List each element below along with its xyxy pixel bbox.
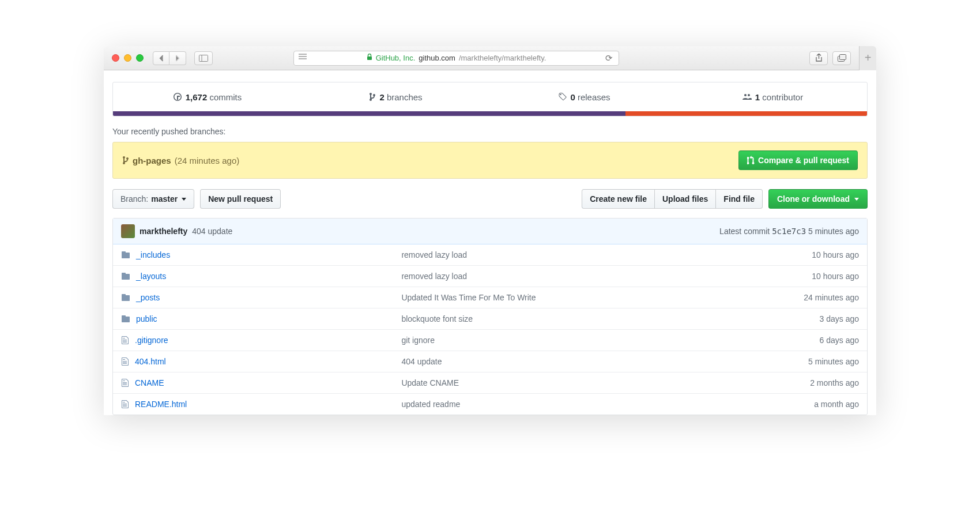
page-content: 1,672 commits 2 branches 0 releases 1 co… [104,70,876,415]
file-icon [121,357,129,366]
file-age: 6 days ago [820,336,860,345]
file-age: 5 minutes ago [808,357,859,366]
cert-label: GitHub, Inc. [376,54,416,62]
language-segment [113,111,625,116]
file-age: 10 hours ago [812,250,859,259]
author-link[interactable]: markthelefty [140,227,187,236]
reader-icon [299,54,307,62]
sidebar-toggle-button[interactable] [194,51,213,65]
window-controls [112,54,144,62]
file-link[interactable]: _includes [136,250,170,259]
language-bar[interactable] [113,111,867,116]
svg-rect-5 [367,57,372,60]
browser-window: GitHub, Inc. github.com/markthelefty/mar… [104,46,876,415]
find-file-button[interactable]: Find file [715,189,763,209]
file-row: CNAMEUpdate CNAME2 months ago [113,372,867,393]
back-button[interactable] [153,51,169,65]
commit-sha[interactable]: 5c1e7c3 [772,227,806,236]
chevron-right-icon [175,55,180,62]
upload-files-button[interactable]: Upload files [654,189,715,209]
file-link[interactable]: README.html [135,400,187,409]
minimize-window-button[interactable] [124,54,131,62]
file-listing: markthelefty 404 update Latest commit 5c… [112,218,868,415]
tabs-button[interactable] [832,51,851,65]
file-row: README.htmlupdated readmea month ago [113,393,867,415]
browser-toolbar: GitHub, Inc. github.com/markthelefty/mar… [104,46,876,70]
file-age: a month ago [814,400,859,409]
pushed-branch-time: (24 minutes ago) [175,156,240,165]
caret-down-icon [182,198,186,201]
chevron-left-icon [159,55,164,62]
file-commit-message[interactable]: removed lazy load [401,272,812,281]
file-row: publicblockquote font size3 days ago [113,308,867,329]
file-age: 3 days ago [820,314,860,323]
pushed-branch-name: gh-pages [133,156,171,165]
repo-summary: 1,672 commits 2 branches 0 releases 1 co… [112,82,868,116]
tabs-icon [838,54,846,62]
file-link[interactable]: _layouts [136,272,166,281]
file-commit-message[interactable]: removed lazy load [401,250,812,259]
avatar[interactable] [121,224,135,238]
clone-download-button[interactable]: Clone or download [768,189,868,209]
file-icon [121,400,129,409]
file-row: .gitignoregit ignore6 days ago [113,329,867,351]
address-bar[interactable]: GitHub, Inc. github.com/markthelefty/mar… [293,51,619,66]
latest-commit-bar: markthelefty 404 update Latest commit 5c… [113,219,867,244]
file-commit-message[interactable]: 404 update [401,357,808,366]
forward-button[interactable] [169,51,186,65]
file-age: 2 months ago [810,378,859,387]
caret-down-icon [854,198,859,201]
commit-meta: Latest commit 5c1e7c3 5 minutes ago [719,227,859,236]
compare-pr-button[interactable]: Compare & pull request [738,150,858,170]
contributors-link[interactable]: 1 contributor [679,82,867,111]
file-link[interactable]: .gitignore [135,336,168,345]
history-icon [173,92,182,101]
file-age: 24 minutes ago [804,293,859,302]
recent-push-heading: Your recently pushed branches: [112,127,868,136]
branches-link[interactable]: 2 branches [301,82,490,111]
file-link[interactable]: 404.html [135,357,166,366]
file-commit-message[interactable]: updated readme [401,400,814,409]
lock-icon [367,54,372,62]
branch-selector[interactable]: Branch: master [112,189,194,209]
maximize-window-button[interactable] [136,54,144,62]
file-toolbar: Branch: master New pull request Create n… [112,189,868,209]
file-row: _includesremoved lazy load10 hours ago [113,244,867,265]
language-segment [625,111,867,116]
file-link[interactable]: CNAME [135,378,164,387]
url-path: /markthelefty/markthelefty. [459,54,546,62]
file-link[interactable]: public [136,314,157,323]
tag-icon [558,92,567,101]
svg-rect-7 [839,55,846,60]
file-row: _postsUpdated It Was Time For Me To Writ… [113,287,867,308]
folder-icon [121,272,130,281]
file-icon [121,336,129,345]
svg-rect-0 [199,55,208,61]
url-domain: github.com [419,54,455,62]
new-tab-button[interactable]: + [859,46,876,70]
file-icon [121,378,129,387]
close-window-button[interactable] [112,54,119,62]
file-row: 404.html404 update5 minutes ago [113,351,867,372]
commit-message[interactable]: 404 update [192,227,232,236]
file-link[interactable]: _posts [136,293,160,302]
share-icon [815,54,823,62]
create-file-button[interactable]: Create new file [582,189,654,209]
releases-link[interactable]: 0 releases [490,82,679,111]
file-commit-message[interactable]: Updated It Was Time For Me To Write [401,293,804,302]
folder-icon [121,250,130,259]
folder-icon [121,314,130,323]
file-commit-message[interactable]: git ignore [401,336,819,345]
recent-push-banner: gh-pages (24 minutes ago) Compare & pull… [112,142,868,179]
branch-icon [122,156,129,165]
file-commit-message[interactable]: blockquote font size [401,314,819,323]
reload-button[interactable]: ⟳ [605,53,613,63]
file-row: _layoutsremoved lazy load10 hours ago [113,265,867,287]
new-pull-request-button[interactable]: New pull request [200,189,281,209]
pull-request-icon [747,156,755,165]
branch-icon [369,92,376,101]
commits-link[interactable]: 1,672 commits [113,82,301,111]
folder-icon [121,293,130,302]
share-button[interactable] [809,51,828,65]
file-commit-message[interactable]: Update CNAME [401,378,810,387]
